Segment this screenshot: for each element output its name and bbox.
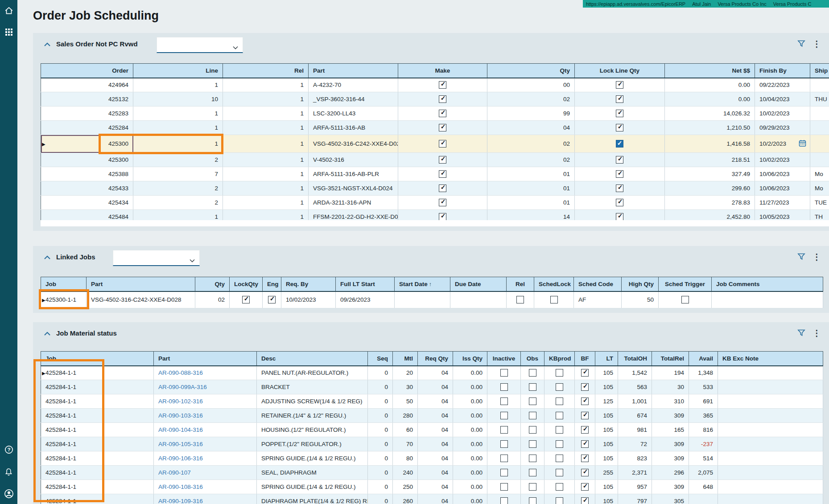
cell-totalrel[interactable]: 309 — [652, 409, 689, 423]
part-link[interactable]: AR-090-099A-316 — [158, 384, 207, 390]
unchecked-checkbox[interactable] — [529, 426, 536, 434]
cell-finish-by[interactable]: 10/02/2023 — [755, 153, 810, 167]
cell-req-by[interactable]: 10/02/2023 — [281, 291, 336, 308]
cell-req-qty[interactable]: 04 — [418, 437, 453, 451]
cell-sched-trigger[interactable] — [659, 291, 712, 308]
table-row[interactable]: 42530021V-4502-31602218.5110/02/2023 — [41, 153, 829, 167]
cell-part[interactable]: LSC-3200-LL43 — [309, 107, 398, 121]
cell-part[interactable]: V-4502-316 — [309, 153, 398, 167]
kebab-menu-icon[interactable]: ⋮ — [813, 328, 821, 338]
cell-bf[interactable] — [575, 366, 595, 380]
cell-kbprod[interactable] — [544, 423, 575, 437]
cell-totaloh[interactable]: 72 — [618, 437, 652, 451]
unchecked-checkbox[interactable] — [500, 497, 508, 504]
cell-totaloh[interactable]: 957 — [618, 480, 652, 494]
cell-ship[interactable] — [810, 135, 829, 153]
part-link[interactable]: AR-090-088-316 — [158, 369, 203, 376]
cell-kb-exc-note[interactable] — [718, 394, 823, 409]
checked-checkbox[interactable] — [616, 81, 623, 89]
cell-net[interactable]: 299.60 — [665, 181, 755, 196]
checked-checkbox[interactable] — [581, 440, 589, 448]
cell-order[interactable]: 425484 — [41, 210, 133, 221]
checked-checkbox[interactable] — [616, 156, 623, 164]
cell-desc[interactable]: ADJUSTING SCREW(1/4 & 1/2 REG) — [257, 394, 368, 409]
unchecked-checkbox[interactable] — [556, 497, 563, 504]
column-header-req-qty[interactable]: Req Qty — [418, 352, 453, 366]
cell-avail[interactable]: -237 — [689, 437, 718, 451]
checked-checkbox[interactable] — [439, 81, 446, 89]
cell-ship[interactable] — [810, 78, 829, 92]
cell-req-qty[interactable]: 04 — [418, 451, 453, 466]
collapse-chevron-icon[interactable] — [44, 41, 51, 49]
column-header-avail[interactable]: Avail — [689, 352, 718, 366]
cell-line[interactable]: 1 — [133, 121, 223, 135]
cell-job-comments[interactable] — [712, 291, 823, 308]
cell-totalrel[interactable]: 296 — [652, 466, 689, 480]
cell-qty[interactable]: 99 — [487, 107, 575, 121]
cell-qty[interactable]: 02 — [487, 92, 575, 107]
cell-req-qty[interactable]: 04 — [418, 394, 453, 409]
cell-finish-by[interactable]: 09/22/2023 — [755, 78, 810, 92]
cell-rel[interactable]: 1 — [223, 196, 309, 210]
checked-checkbox[interactable] — [581, 426, 589, 434]
unchecked-checkbox[interactable] — [500, 483, 508, 491]
cell-order[interactable]: 425433 — [41, 181, 133, 196]
cell-order[interactable]: 425300 — [41, 153, 133, 167]
cell-iss-qty[interactable]: 0.00 — [453, 437, 487, 451]
cell-avail[interactable]: 514 — [689, 451, 718, 466]
unchecked-checkbox[interactable] — [500, 369, 508, 377]
cell-finish-by[interactable]: 10/05/2023 — [755, 210, 810, 221]
cell-desc[interactable]: POPPET.(1/2" REGULATOR.) — [257, 437, 368, 451]
unchecked-checkbox[interactable] — [556, 383, 563, 391]
cell-line[interactable]: 2 — [133, 181, 223, 196]
cell-qty[interactable]: 01 — [487, 181, 575, 196]
cell-req-qty[interactable]: 04 — [418, 494, 453, 504]
cell-net[interactable]: 1,210.50 — [665, 121, 755, 135]
cell-inactive[interactable] — [487, 366, 521, 380]
cell-order[interactable]: 425283 — [41, 107, 133, 121]
checked-checkbox[interactable] — [616, 95, 623, 103]
column-header-part[interactable]: Part — [309, 64, 398, 78]
cell-bf[interactable] — [575, 394, 595, 409]
unchecked-checkbox[interactable] — [550, 296, 558, 303]
part-link[interactable]: AR-090-102-316 — [158, 398, 203, 405]
cell-part[interactable]: VSG-4502-316-C242-XXE4-D028 — [87, 291, 195, 308]
cell-req-qty[interactable]: 04 — [418, 366, 453, 380]
calendar-icon[interactable] — [799, 139, 806, 148]
cell-ship[interactable] — [810, 107, 829, 121]
cell-iss-qty[interactable]: 0.00 — [453, 480, 487, 494]
checked-checkbox[interactable] — [581, 369, 589, 377]
cell-bf[interactable] — [575, 451, 595, 466]
cell-inactive[interactable] — [487, 409, 521, 423]
cell-make[interactable] — [398, 181, 487, 196]
cell-kbprod[interactable] — [544, 437, 575, 451]
sales-view-dropdown[interactable] — [157, 37, 243, 53]
cell-avail[interactable]: 691 — [689, 394, 718, 409]
cell-mtl[interactable]: 60 — [393, 423, 418, 437]
cell-line[interactable]: 1 — [133, 78, 223, 92]
cell-obs[interactable] — [521, 366, 544, 380]
cell-ship[interactable]: Mo — [810, 167, 829, 181]
cell-finish-by[interactable]: 10/06/2023 — [755, 181, 810, 196]
column-header-full-lt-start[interactable]: Full LT Start — [336, 277, 395, 291]
unchecked-checkbox[interactable] — [529, 369, 536, 377]
cell-kb-exc-note[interactable] — [718, 494, 823, 504]
cell-ship[interactable]: TH — [810, 210, 829, 221]
cell-line[interactable]: 1 — [133, 135, 223, 153]
column-header-order[interactable]: Order — [41, 64, 133, 78]
cell-lt[interactable]: 105 — [595, 366, 618, 380]
cell-seq[interactable]: 0 — [368, 466, 393, 480]
cell-req-qty[interactable]: 04 — [418, 409, 453, 423]
cell-order[interactable]: 425284 — [41, 121, 133, 135]
cell-make[interactable] — [398, 92, 487, 107]
cell-make[interactable] — [398, 78, 487, 92]
unchecked-checkbox[interactable] — [556, 412, 563, 419]
cell-kbprod[interactable] — [544, 494, 575, 504]
cell-desc[interactable]: DIAPHRAGM PLATE(1/4 & 1/2 REG) REL — [257, 494, 368, 504]
column-header-seq[interactable]: Seq — [368, 352, 393, 366]
cell-finish-by[interactable]: 10/06/2023 — [755, 167, 810, 181]
column-header-ship[interactable]: Ship — [810, 64, 829, 78]
cell-seq[interactable]: 0 — [368, 494, 393, 504]
cell-order[interactable]: 425388 — [41, 167, 133, 181]
unchecked-checkbox[interactable] — [500, 426, 508, 434]
